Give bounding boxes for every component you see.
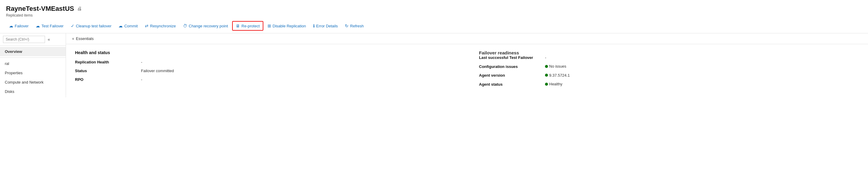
essentials-body: Health and status Replication Health - S… [66,44,868,97]
config-issues-label: Configuration issues [479,64,545,69]
commit-label: Commit [124,24,138,28]
body-layout: « Overview ral Properties Compute and Ne… [0,33,868,98]
resync-label: Resynchronize [150,24,176,28]
status-value: Failover committed [141,69,174,73]
failover-button[interactable]: ☁ Failover [6,22,31,30]
config-issues-value: No issues [545,64,566,69]
print-icon[interactable]: 🖨 [77,6,82,11]
last-test-failover-value: - [545,55,546,60]
header-title-row: RayneTest-VMEastUS 🖨 [6,5,862,12]
sidebar: « Overview ral Properties Compute and Ne… [0,33,66,98]
rpo-row: RPO - [75,77,455,82]
main-content: ∨ Essentials Health and status Replicati… [66,33,868,98]
sidebar-item-properties[interactable]: Properties [0,68,66,78]
re-protect-icon: 🖥 [236,23,240,28]
replication-health-label: Replication Health [75,60,141,64]
sidebar-item-general[interactable]: ral [0,59,66,68]
cleanup-test-failover-button[interactable]: ✓ Cleanup test failover [68,22,115,30]
error-details-label: Error Details [316,24,338,28]
failover-readiness-col: Failover readiness Last successful Test … [479,50,859,91]
status-label: Status [75,69,141,73]
search-input[interactable] [3,36,45,43]
agent-status-row: Agent status Healthy [479,82,859,87]
page: RayneTest-VMEastUS 🖨 Replicated items ☁ … [0,0,868,190]
sidebar-nav: Overview ral Properties Compute and Netw… [0,46,66,98]
recovery-point-icon: ⏱ [183,23,187,28]
collapse-sidebar-button[interactable]: « [46,36,52,43]
health-status-title: Health and status [75,50,455,55]
commit-button[interactable]: ☁ Commit [116,22,141,30]
resync-icon: ⇄ [145,23,149,28]
recovery-point-label: Change recovery point [189,24,228,28]
disable-replication-label: Disable Replication [273,24,306,28]
cleanup-icon: ✓ [71,23,74,28]
failover-readiness-title: Failover readiness [479,50,859,55]
essentials-label: Essentials [76,36,94,41]
breadcrumb: Replicated items [6,13,862,18]
toolbar: ☁ Failover ☁ Test Failover ✓ Cleanup tes… [0,19,868,33]
disable-replication-button[interactable]: ⊞ Disable Replication [265,22,309,30]
header: RayneTest-VMEastUS 🖨 Replicated items [0,0,868,19]
agent-version-status-icon [545,74,548,77]
sidebar-divider [0,57,66,58]
resynchronize-button[interactable]: ⇄ Resynchronize [142,22,179,30]
disable-replication-icon: ⊞ [268,23,271,28]
re-protect-label: Re-protect [242,24,260,28]
sidebar-item-disks[interactable]: Disks [0,87,66,96]
error-details-icon: ℹ [313,23,315,28]
re-protect-button[interactable]: 🖥 Re-protect [232,21,264,31]
refresh-button[interactable]: ↻ Refresh [342,22,367,30]
config-issues-status-icon [545,65,548,68]
sidebar-item-compute-network[interactable]: Compute and Network [0,78,66,87]
last-test-failover-row: Last successful Test Failover - [479,55,859,60]
essentials-chevron-icon: ∨ [72,37,74,40]
sidebar-item-overview[interactable]: Overview [0,47,66,56]
page-title: RayneTest-VMEastUS [6,5,74,12]
agent-version-value: 9.37.5724.1 [545,73,570,78]
status-row: Status Failover committed [75,69,455,73]
test-failover-icon: ☁ [36,23,40,28]
replication-health-value: - [141,60,142,64]
agent-status-status-icon [545,83,548,86]
search-box: « [0,33,66,46]
refresh-icon: ↻ [345,23,348,28]
config-issues-row: Configuration issues No issues [479,64,859,69]
replication-health-row: Replication Health - [75,60,455,64]
failover-icon: ☁ [9,23,13,28]
health-status-col: Health and status Replication Health - S… [75,50,455,91]
test-failover-button[interactable]: ☁ Test Failover [33,22,67,30]
commit-icon: ☁ [119,23,123,28]
failover-label: Failover [15,24,29,28]
rpo-value: - [141,77,142,82]
refresh-label: Refresh [350,24,364,28]
agent-version-row: Agent version 9.37.5724.1 [479,73,859,78]
last-test-failover-label: Last successful Test Failover [479,55,545,60]
agent-status-label: Agent status [479,82,545,87]
error-details-button[interactable]: ℹ Error Details [310,22,341,30]
rpo-label: RPO [75,77,141,82]
essentials-header[interactable]: ∨ Essentials [66,33,868,44]
agent-status-value: Healthy [545,82,562,86]
agent-version-label: Agent version [479,73,545,78]
cleanup-label: Cleanup test failover [76,24,112,28]
test-failover-label: Test Failover [41,24,64,28]
change-recovery-point-button[interactable]: ⏱ Change recovery point [180,22,231,30]
